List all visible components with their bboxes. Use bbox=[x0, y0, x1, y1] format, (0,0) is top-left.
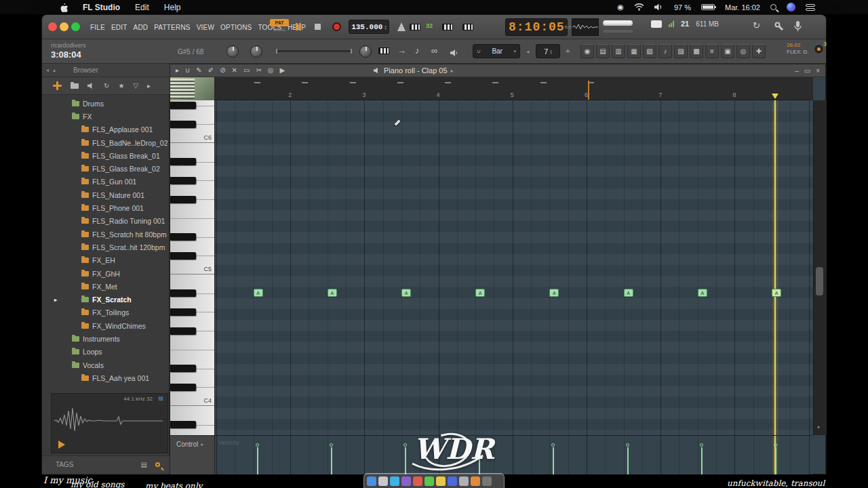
tempo-display[interactable]: 135.000 ▴▾ bbox=[349, 20, 389, 34]
microphone-icon[interactable] bbox=[793, 20, 802, 35]
control-center-icon[interactable] bbox=[806, 4, 815, 11]
black-key[interactable] bbox=[170, 252, 196, 260]
velocity-lane[interactable]: Velocity bbox=[215, 435, 813, 475]
browser-toggle-icon[interactable]: ♪ bbox=[658, 44, 672, 58]
slip-tool-icon[interactable]: ⊘ bbox=[220, 67, 225, 74]
black-key[interactable] bbox=[170, 421, 196, 428]
slice-tool-icon[interactable]: ✂ bbox=[256, 67, 261, 74]
velocity-handle[interactable] bbox=[700, 443, 703, 447]
mixer-icon[interactable]: ▧ bbox=[643, 44, 656, 58]
pattern-stepper[interactable]: 7 ▴▾ bbox=[536, 44, 560, 58]
folder-icon[interactable] bbox=[71, 83, 79, 89]
dock-icon-app-3[interactable] bbox=[390, 476, 399, 486]
collapse-left-icon[interactable]: ◂ bbox=[46, 67, 49, 73]
vertical-scrollbar[interactable]: ▾ bbox=[813, 100, 827, 435]
arrow-icon[interactable]: → bbox=[397, 46, 406, 55]
piano-roll-icon[interactable]: ▥ bbox=[612, 44, 625, 58]
minimize-window-button[interactable] bbox=[60, 22, 68, 31]
flask-icon[interactable]: ▽ bbox=[133, 82, 138, 89]
black-key[interactable] bbox=[170, 384, 196, 391]
pattern-stepper-arrows[interactable]: ▴▾ bbox=[550, 49, 552, 54]
playhead[interactable] bbox=[774, 100, 776, 435]
dock-icon-app-2[interactable] bbox=[378, 476, 388, 486]
collapse-up-icon[interactable]: ▴ bbox=[53, 67, 56, 73]
velocity-stem[interactable] bbox=[627, 447, 629, 475]
master-pitch-knob[interactable] bbox=[226, 45, 239, 58]
center-icon[interactable]: ◎ bbox=[736, 44, 750, 58]
stop-button[interactable] bbox=[315, 24, 321, 30]
options-chevron-icon[interactable]: ▸ bbox=[176, 67, 179, 74]
velocity-handle[interactable] bbox=[256, 443, 259, 447]
note-bar-7[interactable]: A bbox=[698, 289, 707, 297]
record-button[interactable] bbox=[332, 22, 341, 31]
draw-tool-icon[interactable]: ✎ bbox=[196, 67, 201, 74]
dock-icon-app-1[interactable] bbox=[367, 476, 376, 486]
scrollbar-thumb[interactable] bbox=[816, 267, 823, 296]
black-key[interactable] bbox=[170, 158, 196, 165]
browser-item-fls-badne-ledrop-02[interactable]: FLS_BadNe..leDrop_02 bbox=[42, 136, 170, 149]
velocity-stem[interactable] bbox=[701, 447, 703, 475]
star-icon[interactable]: ★ bbox=[118, 82, 124, 89]
search-icon[interactable] bbox=[155, 462, 160, 467]
master-tempo-knob[interactable] bbox=[250, 45, 262, 58]
browser-target-icon[interactable] bbox=[53, 81, 62, 90]
browser-item-fls-glass-break-01[interactable]: FLS_Glass Break_01 bbox=[42, 149, 170, 162]
tempo-value[interactable]: 135.000 bbox=[351, 23, 382, 31]
dock-icon-app-5[interactable] bbox=[413, 476, 422, 486]
project-picker-icon[interactable]: ▣ bbox=[721, 44, 734, 58]
browser-item-fls-scrat-hit-120bpm[interactable]: FLS_Scrat..hit 120bpm bbox=[42, 241, 170, 253]
keyboard-midi-icon[interactable] bbox=[462, 24, 473, 30]
menubar-menu-help[interactable]: Help bbox=[164, 3, 181, 12]
note-bar-8[interactable]: A bbox=[772, 289, 781, 297]
dock-icon-app-7[interactable] bbox=[436, 476, 446, 486]
piano-roll-title[interactable]: Piano roll - Clap 05 bbox=[384, 66, 448, 75]
timeline-marker[interactable] bbox=[588, 81, 589, 100]
add-pattern-icon[interactable]: + bbox=[566, 47, 570, 55]
black-key[interactable] bbox=[170, 327, 196, 335]
menu-edit[interactable]: EDIT bbox=[111, 24, 127, 31]
spotlight-search-icon[interactable] bbox=[770, 4, 776, 10]
apple-logo-icon[interactable] bbox=[60, 3, 68, 12]
menu-add[interactable]: ADD bbox=[134, 24, 149, 31]
timeline-ruler[interactable]: 2345678 bbox=[215, 77, 813, 100]
tempo-stepper[interactable]: ▴▾ bbox=[384, 24, 387, 30]
velocity-stem[interactable] bbox=[331, 447, 332, 475]
dock-icon-app-10[interactable] bbox=[471, 476, 480, 486]
tools-wrench-icon[interactable] bbox=[774, 22, 784, 34]
select-tool-icon[interactable]: ▭ bbox=[243, 67, 250, 74]
link-icon[interactable]: ∞ bbox=[431, 46, 437, 55]
channel-rack-icon[interactable]: ▦ bbox=[627, 44, 641, 58]
black-key[interactable] bbox=[170, 289, 196, 297]
dock-icon-app-9[interactable] bbox=[459, 476, 469, 486]
master-volume-slider[interactable] bbox=[603, 20, 633, 26]
speaker-icon[interactable] bbox=[450, 47, 458, 60]
typing-keyboard-icon[interactable] bbox=[410, 24, 420, 30]
piano-octave[interactable]: C4 bbox=[170, 274, 214, 406]
playhead-handle[interactable] bbox=[772, 94, 778, 99]
channel-button[interactable] bbox=[814, 44, 824, 54]
refresh-icon[interactable]: ↻ bbox=[104, 82, 109, 89]
minimize-icon[interactable]: – bbox=[795, 67, 799, 75]
browser-item-vocals[interactable]: Vocals bbox=[42, 359, 170, 371]
control-lane-header[interactable]: Control ▸ bbox=[170, 435, 215, 475]
menubar-menu-edit[interactable]: Edit bbox=[135, 3, 149, 12]
menu-patterns[interactable]: PATTERNS bbox=[154, 24, 190, 31]
browser-item-fls-scratch-hit-80bpm[interactable]: FLS_Scratch hit 80bpm bbox=[42, 228, 170, 241]
seek-bar[interactable] bbox=[276, 50, 352, 52]
sync-icon[interactable]: ↻ bbox=[753, 21, 760, 30]
paint-tool-icon[interactable]: ✐ bbox=[208, 67, 214, 74]
typing-to-piano-icon[interactable] bbox=[378, 47, 389, 54]
wifi-icon[interactable] bbox=[634, 3, 644, 12]
note-bar-4[interactable]: A bbox=[475, 289, 485, 297]
title-chevron-icon[interactable]: ▸ bbox=[451, 68, 454, 74]
close-window-button[interactable] bbox=[48, 22, 57, 31]
add-icon[interactable]: ✚ bbox=[752, 44, 766, 58]
browser-item-instruments[interactable]: Instruments bbox=[42, 332, 170, 345]
metronome-icon[interactable] bbox=[397, 22, 406, 31]
piano-octave[interactable]: C6 bbox=[170, 100, 214, 143]
playlist-icon[interactable]: ▤ bbox=[596, 44, 610, 58]
browser-item-fx-ghh[interactable]: FX_GhH bbox=[42, 267, 170, 280]
velocity-handle[interactable] bbox=[774, 443, 777, 447]
pattern-picker-icon[interactable]: ▩ bbox=[690, 44, 703, 58]
browser-item-drums[interactable]: Drums bbox=[42, 97, 170, 110]
